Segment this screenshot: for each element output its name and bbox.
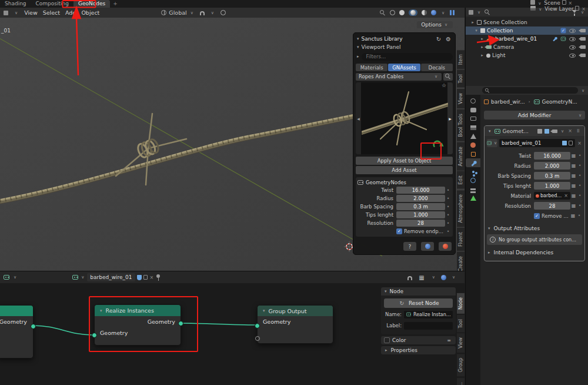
sidebar-tab-tool[interactable]: Tool (457, 70, 465, 88)
geometry-input-socket[interactable] (255, 323, 260, 328)
properties-tab-modifiers[interactable] (466, 158, 480, 167)
realize-instances-node[interactable]: ▾ Realize Instances Geometry Geometry (94, 304, 181, 346)
animate-dot-icon[interactable]: • (577, 173, 583, 178)
unlink-datablock-icon[interactable]: × (149, 275, 155, 280)
remove-endpoints-checkbox[interactable]: ✓ (534, 213, 540, 219)
fake-user-shield-icon[interactable] (137, 275, 142, 280)
tab-geonodes[interactable]: GeoNodes (74, 0, 110, 8)
drag-grip-icon[interactable]: ⠿ (575, 129, 582, 134)
properties-tab-tool[interactable] (466, 97, 480, 105)
scene-selector[interactable]: ∨ Scene × (530, 0, 586, 6)
new-view-layer-icon[interactable] (575, 6, 579, 11)
remove-view-layer-icon[interactable]: × (581, 6, 586, 12)
copy-datablock-icon[interactable] (143, 275, 148, 280)
resolution-value[interactable]: 28 (396, 220, 445, 227)
render-visibility-icon[interactable] (580, 29, 586, 32)
material-field[interactable]: barbed_... × (534, 192, 570, 200)
add-modifier-button[interactable]: Add Modifier ∨ (484, 111, 585, 120)
expand-icon[interactable]: ▸ (480, 36, 485, 41)
search-icon[interactable] (380, 10, 386, 16)
editor-type-icon[interactable] (4, 275, 9, 280)
outliner-row-light[interactable]: ▸ Light (466, 51, 588, 59)
group-output-node[interactable]: ▾ Group Output Geometry (257, 305, 333, 344)
tab-materials[interactable]: Materials (356, 64, 387, 71)
properties-tab-physics[interactable] (466, 176, 480, 185)
properties-tab-data[interactable] (466, 194, 480, 203)
hide-eye-icon[interactable] (569, 54, 576, 58)
edit-mode-toggle-icon[interactable] (537, 129, 542, 134)
twist-value[interactable]: 16.000 (534, 152, 570, 160)
virtual-input-socket[interactable] (255, 336, 260, 341)
presets-list-icon[interactable]: ≡ (445, 338, 453, 343)
animate-dot-icon[interactable]: • (577, 203, 583, 208)
tab-decals[interactable]: Decals (421, 64, 453, 71)
sidebar-tab-view[interactable]: View (457, 89, 465, 108)
collapse-icon[interactable]: ▾ (474, 28, 479, 33)
animate-dot-icon[interactable]: • (445, 196, 451, 201)
copy-icon[interactable] (569, 141, 573, 145)
ne-tab-node[interactable]: Node (457, 293, 465, 314)
resolution-value[interactable]: 28 (534, 202, 570, 210)
radius-value[interactable]: 2.000 (396, 195, 445, 202)
render-visibility-icon[interactable] (580, 54, 586, 57)
hide-eye-icon[interactable] (569, 37, 576, 41)
sidebar-tab-item[interactable]: Item (457, 50, 465, 69)
pin-icon[interactable] (156, 274, 161, 281)
editor-type-icon[interactable] (469, 10, 473, 15)
modifier-name[interactable]: Geomet... (503, 128, 529, 134)
remove-modifier-icon[interactable]: × (567, 128, 573, 134)
view-layer-selector[interactable]: ∨ View Layer × (530, 6, 586, 12)
group-input-node[interactable]: Geometry (0, 305, 34, 359)
input-attribute-icon[interactable]: ▦ (570, 183, 577, 188)
input-attribute-icon[interactable]: ▦ (570, 213, 576, 218)
gear-icon[interactable]: ⚙ (444, 36, 453, 42)
ne-tab-node-wrangler[interactable]: Node W... (457, 378, 465, 385)
properties-subpanel-header[interactable]: ▸ Properties (381, 346, 456, 354)
expand-icon[interactable]: ▸ (480, 53, 485, 58)
reset-node-button[interactable]: ↻ Reset Node (384, 298, 453, 308)
animate-dot-icon[interactable]: • (445, 229, 451, 234)
search-asset-button[interactable] (443, 73, 453, 81)
output-attributes-header[interactable]: ▾ Output Attributes (487, 224, 582, 233)
chevron-right-icon[interactable]: ▸ (356, 54, 360, 59)
sanctus-header[interactable]: ▾ Sanctus Library ↻ ⚙ (356, 35, 453, 43)
properties-tab-object[interactable] (466, 150, 480, 158)
node-group-name-field[interactable]: barbed_wire_01 (87, 273, 135, 281)
geometry-input-socket[interactable] (92, 333, 97, 338)
outliner-row-object[interactable]: ▸ barbed_wire_01 (466, 35, 588, 43)
pause-icon[interactable] (450, 10, 455, 15)
menu-view[interactable]: View (24, 9, 38, 16)
barb-spacing-value[interactable]: 0.3 m (396, 203, 445, 210)
add-workspace-button[interactable]: + (110, 0, 121, 8)
unlink-node-group-icon[interactable]: × (577, 141, 582, 146)
snap-magnet-icon[interactable] (200, 11, 205, 15)
chevron-expanded-icon[interactable]: ▾ (262, 308, 266, 313)
shading-dropdown-icon[interactable] (441, 275, 446, 280)
snap-magnet-icon[interactable] (407, 276, 412, 280)
asset-preview[interactable]: ☆ ◀ ▶ (356, 82, 453, 154)
animate-dot-icon[interactable]: • (577, 153, 583, 158)
new-scene-icon[interactable] (562, 0, 566, 5)
twist-value[interactable]: 16.000 (396, 187, 445, 194)
chevron-expanded-icon[interactable]: ▾ (487, 129, 492, 134)
animate-dot-icon[interactable]: • (577, 163, 583, 168)
ne-tab-tool[interactable]: Tool (457, 315, 465, 333)
remove-endpoints-checkbox[interactable]: ✓ (396, 228, 402, 234)
collection-checkbox[interactable]: ✓ (561, 28, 566, 34)
reload-asset-button[interactable] (430, 138, 445, 151)
radius-value[interactable]: 2.000 (534, 162, 570, 170)
solid-shading-icon[interactable] (399, 10, 405, 15)
barb-spacing-value[interactable]: 0.3 m (534, 172, 570, 180)
prev-asset-arrow[interactable]: ◀ (356, 82, 361, 154)
chevron-expanded-icon[interactable]: ▾ (99, 308, 103, 313)
properties-tab-particles[interactable] (466, 167, 480, 176)
browse-node-group-button[interactable]: ∨ (487, 139, 497, 147)
node-label-input[interactable] (404, 322, 453, 330)
animate-dot-icon[interactable]: • (577, 193, 583, 198)
menu-select[interactable]: Select (43, 9, 60, 16)
breadcrumb-object[interactable]: barbed_wir... (491, 99, 525, 105)
geometry-output-socket[interactable] (31, 324, 36, 329)
sidebar-tab-create[interactable]: Create (457, 252, 465, 271)
next-asset-arrow[interactable]: ▶ (447, 82, 453, 154)
modifier-header[interactable]: ▾ Geomet... ∨ × ⠿ (485, 126, 584, 136)
